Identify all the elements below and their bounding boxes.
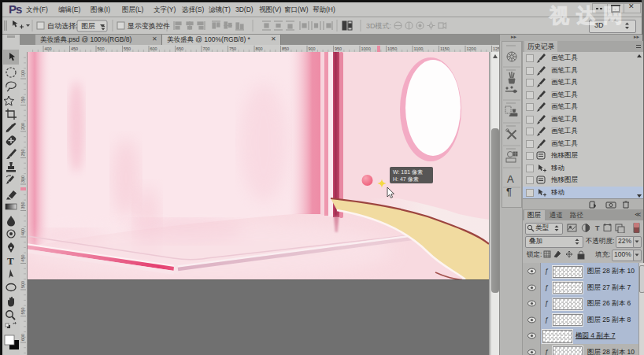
svg-text:400: 400 <box>45 46 52 51</box>
svg-text:1250: 1250 <box>493 46 499 51</box>
svg-text:650: 650 <box>176 46 183 51</box>
svg-text:250: 250 <box>20 149 25 156</box>
svg-text:1200: 1200 <box>467 46 476 51</box>
svg-text:850: 850 <box>282 46 289 51</box>
svg-text:A: A <box>507 173 514 185</box>
svg-text:500: 500 <box>20 281 25 288</box>
svg-text:350: 350 <box>20 202 25 209</box>
svg-text:800: 800 <box>256 46 263 51</box>
svg-text:300: 300 <box>20 176 25 183</box>
svg-text:450: 450 <box>71 46 78 51</box>
svg-text:200: 200 <box>20 123 25 130</box>
svg-text:750: 750 <box>229 46 236 51</box>
svg-text:T: T <box>595 224 600 232</box>
svg-text:550: 550 <box>124 46 131 51</box>
svg-text:450: 450 <box>20 254 25 261</box>
svg-text:600: 600 <box>150 46 157 51</box>
svg-text:400: 400 <box>20 228 25 235</box>
svg-text:T: T <box>7 255 14 267</box>
svg-text:150: 150 <box>20 96 25 103</box>
svg-text:500: 500 <box>98 46 105 51</box>
svg-text:1050: 1050 <box>387 46 397 51</box>
svg-text:900: 900 <box>309 46 316 51</box>
svg-text:950: 950 <box>335 46 342 51</box>
svg-text:600: 600 <box>20 334 25 341</box>
svg-text:1000: 1000 <box>361 46 371 51</box>
svg-text:1150: 1150 <box>440 46 450 51</box>
svg-text:100: 100 <box>20 70 25 77</box>
svg-text:700: 700 <box>203 46 210 51</box>
svg-text:1100: 1100 <box>414 46 424 51</box>
svg-text:550: 550 <box>20 307 25 314</box>
